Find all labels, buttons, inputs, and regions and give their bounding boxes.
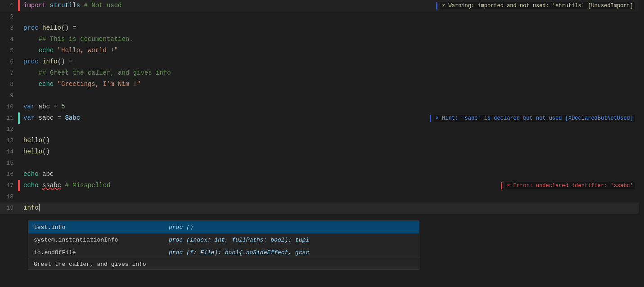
diagnostic-marker	[436, 2, 437, 9]
code-area[interactable]: 1import strutils # Not used× Warning: im…	[0, 0, 644, 287]
line-diagnostic: × Hint: 'sabc' is declared but not used …	[430, 112, 635, 124]
code-token	[23, 81, 39, 88]
line-number: 4	[0, 36, 18, 43]
line-error-indicator	[18, 157, 20, 169]
code-token: hello	[23, 148, 42, 155]
line-content: ## This is documentation.	[22, 34, 644, 45]
line-number: 8	[0, 81, 18, 88]
code-token: "Hello, world !"	[58, 47, 118, 54]
line-error-indicator	[18, 124, 20, 135]
diagnostic-text: × Hint: 'sabc' is declared but not used …	[434, 115, 635, 122]
code-token: echo	[39, 47, 54, 54]
line-number: 11	[0, 115, 18, 121]
line-content: ## Greet the caller, and gives info	[22, 67, 644, 79]
code-line: 9	[0, 90, 644, 101]
scrollbar[interactable]	[639, 0, 644, 287]
autocomplete-item-name: system.instantiationInfo	[34, 237, 169, 243]
line-error-indicator	[18, 191, 20, 202]
code-line: 5 echo "Hello, world !"	[0, 45, 644, 56]
code-line: 8 echo "Greetings, I'm Nim !"	[0, 79, 644, 90]
line-error-indicator	[18, 202, 20, 214]
code-token: var	[23, 114, 35, 121]
line-number: 7	[0, 70, 18, 76]
code-token: proc	[23, 58, 42, 65]
code-line: 6proc info() =	[0, 56, 644, 67]
code-token: info	[42, 58, 58, 65]
line-number: 14	[0, 148, 18, 155]
line-number: 6	[0, 58, 18, 65]
line-number: 18	[0, 193, 18, 200]
code-line: 1import strutils # Not used× Warning: im…	[0, 0, 644, 11]
code-token: 5	[61, 103, 65, 110]
diagnostic-marker	[430, 115, 431, 122]
line-error-indicator	[18, 11, 20, 22]
code-line: 17echo ssabc # Misspelled× Error: undecl…	[0, 180, 644, 191]
line-error-indicator	[18, 101, 20, 112]
code-token: ssabc	[42, 182, 61, 189]
line-content: proc info() =	[22, 56, 644, 67]
autocomplete-dropdown: test.infoproc ()system.instantiationInfo…	[28, 220, 419, 270]
line-number: 3	[0, 25, 18, 31]
line-content: echo "Hello, world !"	[22, 45, 644, 56]
line-number: 12	[0, 126, 18, 133]
code-token: () =	[58, 58, 73, 65]
line-error-indicator	[18, 56, 20, 67]
code-line: 11var sabc = $abc× Hint: 'sabc' is decla…	[0, 112, 644, 124]
editor-container: 1import strutils # Not used× Warning: im…	[0, 0, 644, 287]
code-token: ## Greet the caller, and gives info	[23, 69, 171, 76]
code-token: # Misspelled	[61, 182, 110, 189]
code-token	[54, 47, 57, 54]
autocomplete-item-type: proc (f: File): bool{.noSideEffect, gcsc	[169, 249, 309, 256]
code-token: $abc	[65, 114, 80, 121]
line-error-indicator	[18, 22, 20, 34]
code-line: 14hello()	[0, 146, 644, 157]
line-error-indicator	[18, 146, 20, 157]
line-error-indicator	[18, 112, 20, 124]
code-token: echo	[39, 81, 54, 88]
line-error-indicator	[18, 45, 20, 56]
code-token	[54, 81, 57, 88]
diagnostic-text: × Error: undeclared identifier: 'ssabc'	[505, 182, 635, 189]
line-error-indicator	[18, 67, 20, 79]
code-line: 16echo abc	[0, 169, 644, 180]
code-token: proc	[23, 24, 42, 31]
line-content: var abc = 5	[22, 101, 644, 112]
line-error-indicator	[18, 90, 20, 101]
code-token: hello	[23, 137, 42, 144]
line-number: 5	[0, 47, 18, 54]
autocomplete-item-type: proc ()	[169, 224, 194, 231]
code-token: strutils	[50, 2, 80, 9]
code-token	[39, 182, 42, 189]
line-diagnostic: × Error: undeclared identifier: 'ssabc'	[501, 180, 635, 191]
line-number: 15	[0, 160, 18, 166]
line-content: echo abc	[22, 169, 644, 180]
line-content: echo "Greetings, I'm Nim !"	[22, 79, 644, 90]
line-number: 10	[0, 103, 18, 110]
code-token: echo	[23, 182, 39, 189]
autocomplete-tooltip: Greet the caller, and gives info	[28, 259, 419, 269]
autocomplete-item-type: proc (index: int, fullPaths: bool): tupl	[169, 237, 309, 243]
code-token: () =	[61, 24, 77, 31]
autocomplete-item[interactable]: test.infoproc ()	[28, 221, 419, 233]
code-line: 18	[0, 191, 644, 202]
line-error-indicator	[18, 135, 20, 146]
autocomplete-item[interactable]: io.endOfFileproc (f: File): bool{.noSide…	[28, 246, 419, 259]
line-error-indicator	[18, 79, 20, 90]
code-token: sabc =	[35, 114, 65, 121]
line-error-indicator	[18, 180, 20, 191]
code-line: 15	[0, 157, 644, 169]
code-token: abc	[39, 170, 54, 178]
line-content: info	[22, 202, 644, 214]
code-token	[23, 47, 39, 54]
code-lines: 1import strutils # Not used× Warning: im…	[0, 0, 644, 214]
line-content: hello()	[22, 135, 644, 146]
line-number: 13	[0, 137, 18, 144]
line-error-indicator	[18, 0, 20, 11]
code-token: ()	[42, 148, 50, 155]
diagnostic-text: × Warning: imported and not used: 'strut…	[440, 2, 635, 9]
code-token: ()	[42, 137, 50, 144]
code-token: hello	[42, 24, 61, 31]
autocomplete-item[interactable]: system.instantiationInfoproc (index: int…	[28, 233, 419, 246]
line-content: proc hello() =	[22, 22, 644, 34]
code-token: import	[23, 2, 50, 9]
